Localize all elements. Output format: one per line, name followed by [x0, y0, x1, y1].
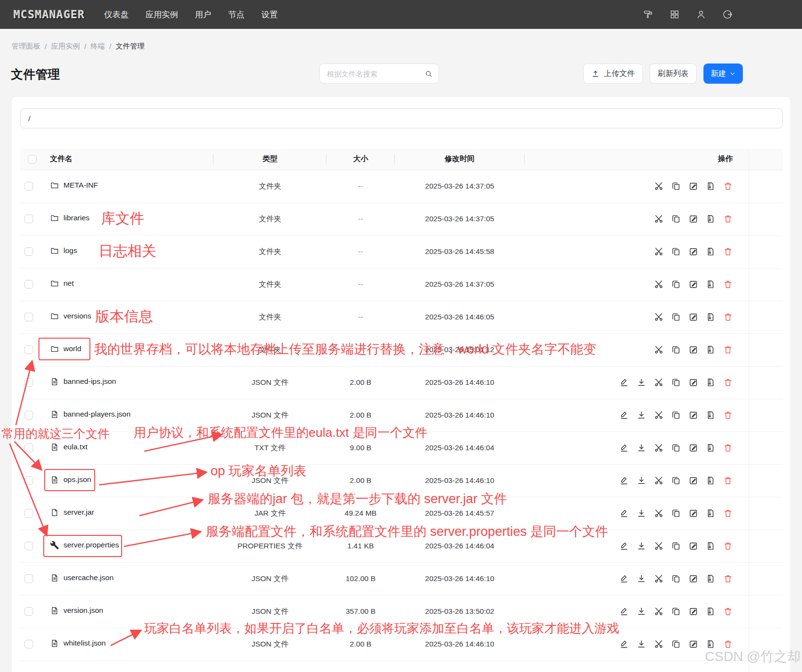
rename-icon[interactable]: [689, 508, 698, 518]
copy-icon[interactable]: [671, 508, 681, 518]
file-name[interactable]: server.jar: [63, 508, 94, 517]
rename-icon[interactable]: [689, 345, 698, 355]
file-name[interactable]: META-INF: [63, 181, 98, 190]
file-name[interactable]: server.properties: [63, 541, 119, 549]
file-name[interactable]: version.json: [63, 606, 103, 615]
edit-icon[interactable]: [619, 574, 629, 583]
delete-icon[interactable]: [723, 541, 733, 551]
zip-icon[interactable]: [706, 541, 715, 551]
delete-icon[interactable]: [723, 639, 733, 649]
current-path-input[interactable]: [20, 108, 783, 128]
search-input[interactable]: [327, 70, 425, 78]
copy-icon[interactable]: [671, 214, 681, 224]
file-name[interactable]: ops.json: [63, 475, 91, 484]
download-icon[interactable]: [637, 574, 646, 583]
file-name[interactable]: whitelist.json: [63, 639, 106, 647]
edit-icon[interactable]: [619, 508, 629, 518]
refresh-list-button[interactable]: 刷新列表: [650, 63, 697, 84]
nav-item-nodes[interactable]: 节点: [228, 9, 244, 20]
zip-icon[interactable]: [706, 345, 715, 355]
breadcrumb-panel[interactable]: 管理面板: [12, 42, 40, 51]
rename-icon[interactable]: [689, 181, 698, 191]
file-name[interactable]: libraries: [63, 214, 89, 222]
copy-icon[interactable]: [671, 574, 681, 583]
copy-icon[interactable]: [671, 181, 681, 191]
copy-icon[interactable]: [671, 476, 681, 485]
cut-icon[interactable]: [654, 247, 664, 256]
search-icon[interactable]: [425, 70, 433, 78]
edit-icon[interactable]: [619, 607, 629, 616]
cut-icon[interactable]: [654, 214, 664, 224]
rename-icon[interactable]: [689, 312, 698, 322]
user-icon[interactable]: [696, 9, 706, 20]
nav-item-instances[interactable]: 应用实例: [145, 9, 178, 20]
download-icon[interactable]: [637, 443, 646, 453]
nav-item-users[interactable]: 用户: [195, 9, 211, 20]
delete-icon[interactable]: [723, 312, 733, 322]
copy-icon[interactable]: [671, 279, 681, 289]
zip-icon[interactable]: [706, 639, 715, 649]
row-checkbox[interactable]: [25, 509, 33, 518]
cut-icon[interactable]: [654, 476, 664, 485]
cut-icon[interactable]: [654, 443, 664, 453]
file-name[interactable]: world: [63, 344, 81, 353]
copy-icon[interactable]: [671, 247, 681, 256]
breadcrumb-terminal[interactable]: 终端: [90, 42, 105, 51]
rename-icon[interactable]: [689, 476, 698, 485]
logout-icon[interactable]: [722, 9, 733, 20]
edit-icon[interactable]: [619, 378, 629, 387]
row-checkbox[interactable]: [25, 215, 33, 223]
delete-icon[interactable]: [723, 279, 733, 289]
delete-icon[interactable]: [723, 476, 733, 485]
delete-icon[interactable]: [723, 443, 733, 453]
row-checkbox[interactable]: [25, 345, 33, 354]
rename-icon[interactable]: [689, 378, 698, 387]
download-icon[interactable]: [637, 607, 646, 616]
zip-icon[interactable]: [706, 279, 715, 289]
copy-icon[interactable]: [671, 378, 681, 387]
file-name[interactable]: banned-players.json: [63, 410, 131, 418]
zip-icon[interactable]: [706, 508, 715, 518]
row-checkbox[interactable]: [25, 542, 33, 550]
zip-icon[interactable]: [706, 410, 715, 420]
copy-icon[interactable]: [671, 312, 681, 322]
file-name[interactable]: net: [63, 279, 74, 288]
download-icon[interactable]: [637, 639, 646, 649]
mcsmanager-logo[interactable]: MCSMANAGER: [13, 8, 85, 21]
copy-icon[interactable]: [671, 639, 681, 649]
row-checkbox[interactable]: [25, 640, 33, 648]
theme-roller-icon[interactable]: [643, 9, 653, 20]
row-checkbox[interactable]: [25, 182, 33, 190]
zip-icon[interactable]: [706, 574, 715, 583]
delete-icon[interactable]: [723, 410, 733, 420]
copy-icon[interactable]: [671, 541, 681, 551]
rename-icon[interactable]: [689, 247, 698, 256]
file-name[interactable]: usercache.json: [63, 573, 113, 582]
delete-icon[interactable]: [723, 345, 733, 355]
file-name[interactable]: eula.txt: [63, 443, 88, 451]
copy-icon[interactable]: [671, 410, 681, 420]
cut-icon[interactable]: [654, 279, 664, 289]
zip-icon[interactable]: [706, 443, 715, 453]
edit-icon[interactable]: [619, 410, 629, 420]
rename-icon[interactable]: [689, 214, 698, 224]
download-icon[interactable]: [637, 476, 646, 485]
cut-icon[interactable]: [654, 410, 664, 420]
rename-icon[interactable]: [689, 541, 698, 551]
delete-icon[interactable]: [723, 247, 733, 256]
zip-icon[interactable]: [706, 214, 715, 224]
row-checkbox[interactable]: [25, 313, 33, 321]
cut-icon[interactable]: [654, 574, 664, 583]
delete-icon[interactable]: [723, 378, 733, 387]
file-name[interactable]: banned-ips.json: [63, 377, 116, 386]
rename-icon[interactable]: [689, 410, 698, 420]
delete-icon[interactable]: [723, 574, 733, 583]
rename-icon[interactable]: [689, 279, 698, 289]
row-checkbox[interactable]: [25, 378, 33, 387]
cut-icon[interactable]: [654, 378, 664, 387]
zip-icon[interactable]: [706, 247, 715, 256]
cut-icon[interactable]: [654, 639, 664, 649]
select-all-checkbox[interactable]: [28, 155, 37, 164]
zip-icon[interactable]: [706, 607, 715, 616]
rename-icon[interactable]: [689, 574, 698, 583]
